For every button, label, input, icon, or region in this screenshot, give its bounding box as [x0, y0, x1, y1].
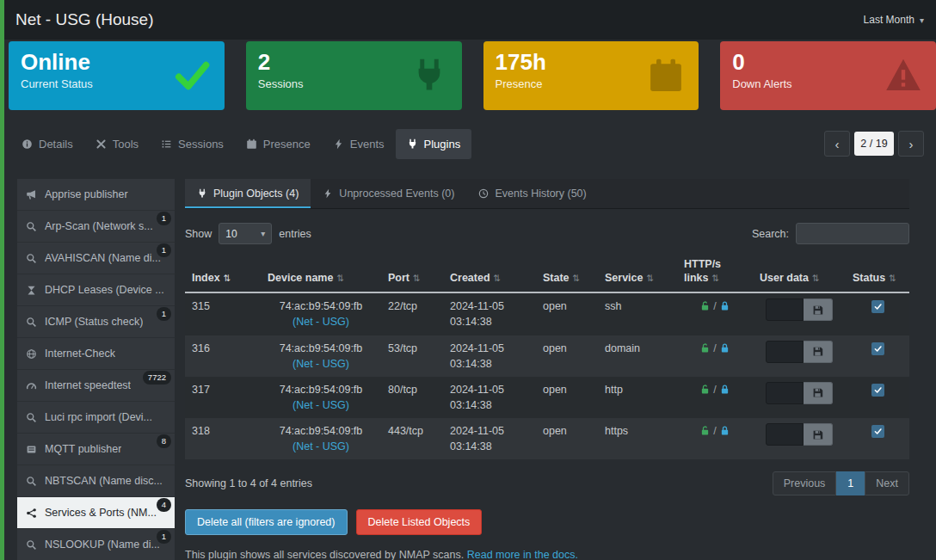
col-state[interactable]: State⇅	[536, 255, 598, 292]
docs-link[interactable]: Read more in the docs.	[467, 549, 578, 560]
cell-created: 2024-11-0503:14:38	[443, 377, 536, 418]
lock-icon[interactable]	[719, 384, 730, 395]
cell-state: open	[536, 335, 598, 377]
tab-plugins[interactable]: Plugins	[396, 129, 472, 159]
save-button[interactable]	[804, 382, 833, 404]
cell-index: 315	[185, 292, 261, 335]
user-data-input[interactable]	[766, 382, 804, 404]
sidebar-item-services-ports[interactable]: Services & Ports (NM... 4	[17, 497, 175, 529]
save-button[interactable]	[804, 298, 833, 321]
table-row: 317 74:ac:b9:54:09:fb (Net - USG) 80/tcp…	[185, 377, 909, 418]
sidebar-item-apprise-publisher[interactable]: Apprise publisher	[17, 179, 175, 211]
period-selector[interactable]: Last Month ▾	[864, 14, 924, 26]
lock-open-icon[interactable]	[699, 300, 711, 311]
table-row: 316 74:ac:b9:54:09:fb (Net - USG) 53/tcp…	[185, 335, 909, 377]
device-link[interactable]: (Net - USG)	[268, 314, 374, 329]
col-port[interactable]: Port⇅	[381, 255, 443, 292]
col-index[interactable]: Index⇅	[185, 255, 261, 292]
sidebar-item-internet-speedtest[interactable]: Internet speedtest 7722	[17, 370, 175, 402]
prev-device-button[interactable]: ‹	[824, 131, 850, 157]
subtab-events-history[interactable]: Events History (50)	[466, 179, 598, 208]
sidebar-item-mqtt-publisher[interactable]: MQTT publisher 8	[17, 434, 175, 465]
page-title: Net - USG (House)	[15, 10, 153, 29]
previous-page-button[interactable]: Previous	[773, 471, 837, 495]
tab-tools[interactable]: Tools	[84, 129, 150, 159]
device-link[interactable]: (Net - USG)	[268, 439, 374, 454]
sidebar-item-nbtscan[interactable]: NBTSCAN (Name disc...	[17, 465, 175, 497]
sidebar-item-nslookup[interactable]: NSLOOKUP (Name di... 1	[17, 529, 175, 560]
delete-listed-button[interactable]: Delete Listed Objects	[356, 509, 483, 535]
cell-service: ssh	[598, 292, 677, 335]
device-link[interactable]: (Net - USG)	[268, 356, 374, 372]
lock-open-icon[interactable]	[699, 425, 711, 436]
col-user-data[interactable]: User data⇅	[753, 255, 846, 292]
share-nodes-icon	[26, 508, 37, 519]
col-status[interactable]: Status⇅	[846, 255, 909, 292]
cell-user-data	[753, 418, 846, 459]
lock-icon[interactable]	[719, 425, 730, 436]
magnifier-icon	[26, 317, 37, 328]
col-https-links[interactable]: HTTP/s links⇅	[677, 255, 753, 292]
subtab-plugin-objects[interactable]: Plugin Objects (4)	[185, 179, 311, 208]
cell-state: open	[536, 418, 598, 459]
status-checkbox[interactable]	[871, 342, 884, 355]
save-button[interactable]	[804, 423, 833, 446]
count-badge: 1	[157, 212, 171, 225]
megaphone-icon	[26, 189, 37, 200]
subtab-unprocessed-events[interactable]: Unprocessed Events (0)	[311, 179, 466, 208]
search-input[interactable]	[796, 223, 909, 244]
next-page-button[interactable]: Next	[865, 471, 909, 495]
sidebar-item-arp-scan[interactable]: Arp-Scan (Network s... 1	[17, 211, 175, 243]
col-created[interactable]: Created⇅	[443, 255, 536, 292]
hourglass-icon	[26, 285, 37, 296]
sidebar-item-avahiscan[interactable]: AVAHISCAN (Name di... 1	[17, 243, 175, 274]
page-size-select[interactable]: 10 ▾	[219, 223, 272, 244]
cell-status	[846, 335, 909, 377]
cell-user-data	[753, 377, 846, 418]
count-badge: 1	[157, 243, 171, 257]
plugins-sidebar: Apprise publisher Arp-Scan (Network s...…	[17, 179, 175, 560]
status-checkbox[interactable]	[871, 300, 884, 313]
cell-created: 2024-11-0503:14:38	[443, 418, 536, 459]
sidebar-item-luci-rpc-import[interactable]: Luci rpc import (Devi...	[17, 402, 175, 434]
sort-icon: ⇅	[889, 273, 896, 283]
col-service[interactable]: Service⇅	[598, 255, 677, 292]
cell-device: 74:ac:b9:54:09:fb (Net - USG)	[261, 418, 381, 459]
clock-icon	[478, 188, 489, 199]
user-data-input[interactable]	[766, 298, 804, 321]
user-data-input[interactable]	[766, 423, 804, 446]
tab-details-label: Details	[39, 138, 73, 151]
tab-sessions[interactable]: Sessions	[150, 129, 235, 159]
calendar-icon	[246, 138, 257, 150]
tab-details[interactable]: Details	[10, 129, 84, 159]
lock-open-icon[interactable]	[699, 342, 711, 354]
user-data-input[interactable]	[766, 341, 804, 363]
page-1-button[interactable]: 1	[836, 471, 865, 495]
device-link[interactable]: (Net - USG)	[268, 397, 374, 413]
sidebar-item-dhcp-leases[interactable]: DHCP Leases (Device ...	[17, 274, 175, 306]
period-selector-value: Last Month	[864, 14, 914, 26]
tab-presence[interactable]: Presence	[235, 129, 322, 159]
sidebar-item-icmp[interactable]: ICMP (Status check) 1	[17, 306, 175, 338]
magnifier-icon	[26, 476, 37, 487]
sidebar-item-internet-check[interactable]: Internet-Check	[17, 338, 175, 370]
status-checkbox[interactable]	[871, 384, 884, 397]
cell-user-data	[753, 292, 846, 335]
lock-open-icon[interactable]	[699, 384, 711, 395]
cell-service: https	[598, 418, 677, 459]
cell-port: 22/tcp	[381, 292, 443, 335]
show-label: Show	[185, 228, 212, 240]
status-checkbox[interactable]	[871, 425, 884, 438]
delete-all-button[interactable]: Delete all (filters are ignored)	[185, 509, 348, 535]
lock-icon[interactable]	[719, 300, 730, 311]
save-icon	[812, 346, 823, 357]
next-device-button[interactable]: ›	[898, 131, 924, 157]
left-accent-bar	[0, 0, 4, 560]
calendar-icon	[647, 57, 685, 95]
tab-events[interactable]: Events	[322, 129, 396, 159]
sort-icon: ⇅	[224, 273, 231, 283]
save-button[interactable]	[804, 341, 833, 363]
col-device-name[interactable]: Device name⇅	[261, 255, 381, 292]
cell-http-links: /	[677, 418, 753, 459]
lock-icon[interactable]	[719, 342, 730, 354]
